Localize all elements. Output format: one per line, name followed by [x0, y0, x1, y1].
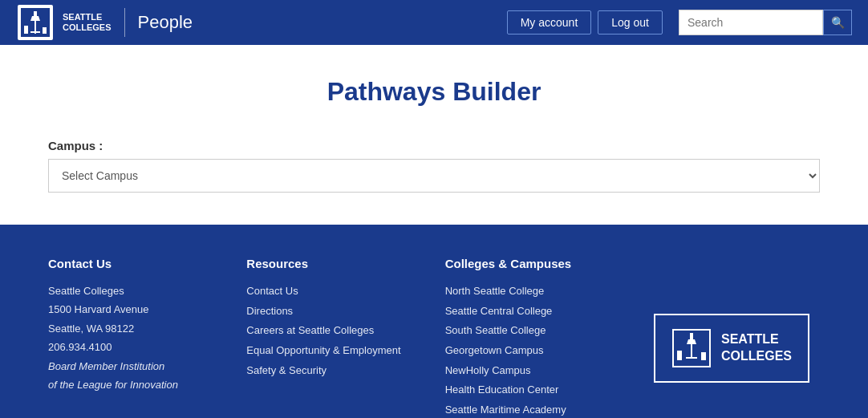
main-content: Pathways Builder Campus : Select CampusN… [0, 45, 868, 225]
footer-college-link-6[interactable]: Seattle Maritime Academy [445, 400, 627, 418]
page-title: Pathways Builder [48, 77, 820, 107]
search-icon: 🔍 [831, 16, 845, 29]
footer-contact-col: Contact Us Seattle Colleges 1500 Harvard… [48, 257, 246, 418]
site-logo[interactable]: SEATTLE COLLEGES [16, 3, 112, 42]
footer-phone: 206.934.4100 [48, 338, 230, 356]
footer-org: Seattle Colleges [48, 282, 230, 300]
svg-rect-13 [677, 351, 682, 360]
footer-logo-box: SEATTLE COLLEGES [654, 314, 809, 383]
footer-resources-link-2[interactable]: Careers at Seattle Colleges [246, 321, 428, 341]
footer-logo-text: SEATTLE COLLEGES [721, 331, 792, 365]
footer-contact-text: Seattle Colleges 1500 Harvard Avenue Sea… [48, 282, 230, 394]
svg-rect-5 [30, 31, 40, 33]
footer-note1: Board Member Institution [48, 357, 230, 375]
svg-rect-11 [691, 344, 692, 359]
campus-select[interactable]: Select CampusNorth Seattle CollegeSeattl… [48, 159, 820, 193]
header: SEATTLE COLLEGES People My account Log o… [0, 0, 868, 45]
footer-college-link-1[interactable]: Seattle Central College [445, 302, 627, 322]
search-area: 🔍 [679, 10, 852, 35]
logo-text: SEATTLE COLLEGES [63, 12, 112, 33]
footer-logo-col: SEATTLE COLLEGES [643, 257, 820, 418]
header-buttons: My account Log out [507, 10, 663, 34]
header-divider [124, 8, 125, 37]
my-account-button[interactable]: My account [507, 10, 592, 34]
svg-rect-7 [43, 27, 47, 34]
footer-college-link-0[interactable]: North Seattle College [445, 282, 627, 302]
footer-college-link-5[interactable]: Health Education Center [445, 380, 627, 400]
footer-college-link-4[interactable]: NewHolly Campus [445, 361, 627, 381]
svg-rect-12 [686, 357, 697, 359]
search-button[interactable]: 🔍 [823, 10, 852, 35]
footer-resources-link-3[interactable]: Equal Opportunity & Employment [246, 341, 428, 361]
footer-resources-col: Resources Contact Us Directions Careers … [246, 257, 444, 418]
footer-resources-link-4[interactable]: Safety & Security [246, 361, 428, 381]
footer-address1: 1500 Harvard Avenue [48, 300, 230, 319]
campus-label: Campus : [48, 139, 820, 152]
footer-contact-heading: Contact Us [48, 257, 230, 270]
footer: Contact Us Seattle Colleges 1500 Harvard… [0, 225, 868, 418]
footer-resources-link-1[interactable]: Directions [246, 302, 428, 322]
footer-address2: Seattle, WA 98122 [48, 319, 230, 338]
site-title: People [138, 12, 507, 33]
search-input[interactable] [679, 10, 823, 35]
footer-note2: of the League for Innovation [48, 375, 230, 394]
svg-rect-14 [701, 352, 706, 360]
footer-colleges-heading: Colleges & Campuses [445, 257, 627, 270]
campus-form: Campus : Select CampusNorth Seattle Coll… [48, 139, 820, 193]
logo-icon [16, 3, 55, 42]
footer-colleges-links: North Seattle College Seattle Central Co… [445, 282, 627, 418]
footer-logo-icon [671, 328, 712, 368]
footer-college-link-2[interactable]: South Seattle College [445, 321, 627, 341]
footer-resources-links: Contact Us Directions Careers at Seattle… [246, 282, 428, 380]
log-out-button[interactable]: Log out [598, 10, 663, 34]
footer-resources-link-0[interactable]: Contact Us [246, 282, 428, 302]
footer-college-link-3[interactable]: Georgetown Campus [445, 341, 627, 361]
svg-rect-6 [24, 26, 28, 34]
footer-resources-heading: Resources [246, 257, 428, 270]
svg-marker-10 [687, 339, 696, 344]
footer-colleges-col: Colleges & Campuses North Seattle Colleg… [445, 257, 643, 418]
svg-marker-3 [30, 16, 40, 21]
